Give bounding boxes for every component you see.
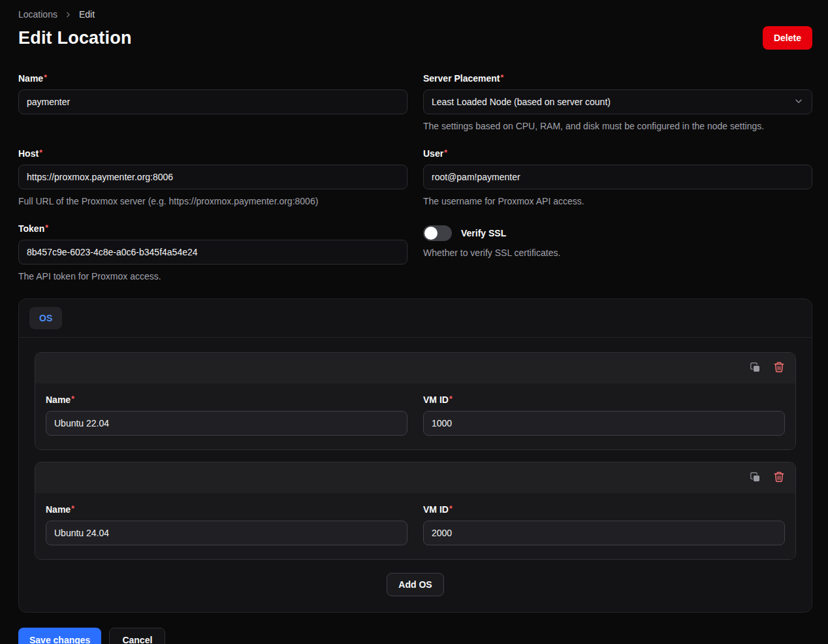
field-os-name: Name* — [46, 394, 407, 436]
required-marker: * — [39, 148, 42, 157]
chevron-right-icon — [64, 10, 72, 19]
field-os-vmid: VM ID* — [423, 504, 785, 545]
required-marker: * — [449, 504, 453, 513]
server-placement-selected-value: Least Loaded Node (based on server count… — [432, 97, 611, 107]
copy-icon — [749, 471, 761, 485]
required-marker: * — [71, 394, 74, 404]
verify-ssl-toggle[interactable] — [423, 225, 452, 241]
remove-os-button[interactable] — [773, 471, 785, 485]
os-vmid-input[interactable] — [423, 411, 785, 436]
os-section-body: Name* VM ID* — [19, 338, 812, 612]
os-section: OS — [18, 298, 812, 613]
token-input[interactable] — [18, 240, 407, 265]
field-os-vmid: VM ID* — [423, 394, 785, 436]
os-name-input[interactable] — [46, 521, 407, 545]
os-entry-card: Name* VM ID* — [35, 352, 796, 450]
duplicate-os-button[interactable] — [749, 471, 761, 485]
name-label: Name* — [18, 73, 407, 84]
required-marker: * — [444, 148, 447, 157]
server-placement-label: Server Placement* — [423, 73, 812, 84]
os-card-fields: Name* VM ID* — [35, 493, 795, 559]
required-marker: * — [449, 394, 453, 404]
field-os-name: Name* — [46, 504, 407, 545]
form-actions: Save changes Cancel — [18, 628, 812, 644]
user-label: User* — [423, 148, 812, 159]
verify-ssl-helper: Whether to verify SSL certificates. — [423, 248, 812, 258]
name-input[interactable] — [18, 89, 407, 114]
token-label: Token* — [18, 223, 407, 234]
save-changes-button[interactable]: Save changes — [18, 628, 101, 644]
tab-os[interactable]: OS — [29, 307, 62, 329]
field-server-placement: Server Placement* Least Loaded Node (bas… — [423, 73, 812, 131]
cancel-button[interactable]: Cancel — [109, 628, 165, 644]
os-name-label: Name* — [46, 504, 407, 515]
host-helper: Full URL of the Proxmox server (e.g. htt… — [18, 196, 407, 206]
user-helper: The username for Proxmox API access. — [423, 196, 812, 206]
server-placement-helper: The settings based on CPU, RAM, and disk… — [423, 121, 812, 131]
chevron-down-icon — [793, 96, 804, 108]
location-form: Name* Server Placement* Least Loaded Nod… — [18, 73, 812, 282]
breadcrumb: Locations Edit — [18, 9, 812, 20]
os-vmid-label: VM ID* — [423, 394, 785, 405]
field-user: User* The username for Proxmox API acces… — [423, 148, 812, 206]
page-header: Edit Location Delete — [18, 26, 812, 50]
os-card-toolbar — [35, 353, 795, 383]
field-token: Token* The API token for Proxmox access. — [18, 223, 407, 282]
os-vmid-label: VM ID* — [423, 504, 785, 515]
breadcrumb-edit: Edit — [79, 9, 95, 20]
page-title: Edit Location — [18, 28, 132, 48]
toggle-knob — [424, 227, 438, 240]
server-placement-select[interactable]: Least Loaded Node (based on server count… — [423, 89, 812, 114]
field-verify-ssl: Verify SSL Whether to verify SSL certifi… — [423, 223, 812, 258]
required-marker: * — [71, 504, 74, 513]
host-label: Host* — [18, 148, 407, 159]
delete-button[interactable]: Delete — [763, 26, 812, 50]
breadcrumb-locations[interactable]: Locations — [18, 9, 57, 20]
os-card-toolbar — [35, 462, 795, 493]
copy-icon — [749, 361, 761, 376]
field-host: Host* Full URL of the Proxmox server (e.… — [18, 148, 407, 206]
os-name-label: Name* — [46, 394, 407, 405]
edit-location-page: Locations Edit Edit Location Delete Name… — [0, 0, 828, 644]
add-os-button[interactable]: Add OS — [387, 573, 443, 596]
required-marker: * — [501, 73, 504, 82]
verify-ssl-label: Verify SSL — [461, 228, 506, 238]
field-name: Name* — [18, 73, 407, 114]
host-input[interactable] — [18, 165, 407, 189]
remove-os-button[interactable] — [773, 361, 785, 375]
token-helper: The API token for Proxmox access. — [18, 271, 407, 282]
required-marker: * — [44, 73, 47, 82]
os-card-fields: Name* VM ID* — [35, 383, 795, 449]
os-tab-row: OS — [19, 299, 812, 337]
duplicate-os-button[interactable] — [749, 361, 761, 376]
trash-icon — [773, 361, 785, 375]
os-entry-card: Name* VM ID* — [35, 462, 796, 560]
os-vmid-input[interactable] — [423, 521, 785, 545]
os-name-input[interactable] — [46, 411, 407, 436]
required-marker: * — [45, 223, 48, 233]
trash-icon — [773, 471, 785, 485]
user-input[interactable] — [423, 165, 812, 189]
